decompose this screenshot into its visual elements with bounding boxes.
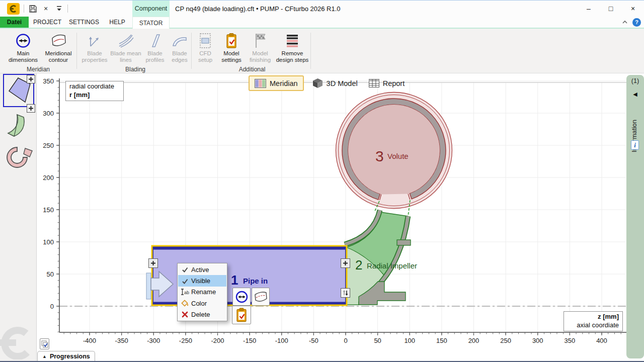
remove-design-steps-button[interactable]: Remove design steps bbox=[274, 30, 310, 63]
model-finishing-icon bbox=[253, 31, 268, 50]
svg-text:350: 350 bbox=[565, 337, 576, 344]
ribbon: Main dimensions Meridional contour Merid… bbox=[0, 29, 644, 73]
blade-profiles-button[interactable]: Blade profiles bbox=[142, 30, 168, 63]
progressions-tab[interactable]: ▲ Progressions bbox=[37, 351, 95, 361]
tab-report[interactable]: Report bbox=[364, 76, 410, 90]
svg-text:-50: -50 bbox=[309, 337, 318, 344]
blade-properties-button[interactable]: Blade properties bbox=[79, 30, 110, 63]
layers-check-icon bbox=[41, 340, 48, 348]
svg-text:-250: -250 bbox=[179, 337, 192, 344]
pipe-meridional-contour-button[interactable] bbox=[252, 288, 270, 306]
information-count-badge: (1) bbox=[626, 77, 644, 84]
extend-outlet-button[interactable] bbox=[341, 258, 350, 268]
pipe-model-settings-button[interactable] bbox=[232, 306, 251, 324]
menu-settings[interactable]: SETTINGS bbox=[69, 17, 99, 28]
volute-index-label: 3 bbox=[375, 148, 384, 164]
blade-mean-lines-icon bbox=[118, 31, 134, 50]
maximize-button[interactable]: □ bbox=[600, 1, 622, 17]
show-progressions-button[interactable] bbox=[40, 338, 49, 349]
tab-meridian[interactable]: Meridian bbox=[249, 75, 304, 91]
impeller-index-label: 2 bbox=[355, 257, 362, 273]
meridional-contour-icon bbox=[254, 291, 268, 303]
meridional-contour-button[interactable]: Meridional contour bbox=[40, 30, 76, 63]
plus-icon bbox=[343, 260, 348, 266]
svg-text:ab: ab bbox=[184, 290, 189, 295]
impeller-flange bbox=[397, 240, 411, 245]
svg-text:250: 250 bbox=[500, 337, 511, 344]
cfturbo-watermark bbox=[0, 326, 39, 359]
context-menu-item-visible[interactable]: Visible bbox=[178, 275, 226, 286]
ribbon-tab-stator[interactable]: STATOR bbox=[132, 17, 170, 29]
model-settings-button[interactable]: Model settings bbox=[217, 30, 246, 63]
add-component-before-button[interactable] bbox=[27, 75, 35, 83]
svg-text:250: 250 bbox=[43, 142, 54, 149]
context-menu-item-active[interactable]: Active bbox=[178, 264, 226, 275]
titlebar: × Component CP nq49 (blade loading).cft … bbox=[0, 1, 644, 17]
component-thumb-volute[interactable] bbox=[4, 144, 33, 171]
save-icon[interactable] bbox=[28, 4, 37, 14]
blade-edges-button[interactable]: Blade edges bbox=[168, 30, 191, 63]
close-project-icon[interactable]: × bbox=[41, 4, 50, 14]
impeller-shape-icon bbox=[5, 113, 31, 137]
ribbon-group-label: Meridian bbox=[0, 66, 76, 73]
information-panel[interactable]: (1) ◀ Information i bbox=[626, 75, 644, 358]
volute-name-label: Volute bbox=[387, 152, 409, 160]
menu-datei[interactable]: Datei bbox=[0, 17, 29, 28]
cfturbo-window: × Component CP nq49 (blade loading).cft … bbox=[0, 0, 644, 362]
svg-text:0: 0 bbox=[344, 337, 347, 344]
view-tab-strip: Meridian 3D Model Report bbox=[249, 75, 409, 91]
plus-icon bbox=[28, 106, 34, 111]
info-icon: i bbox=[631, 140, 639, 150]
delete-icon bbox=[178, 311, 191, 318]
meridian-plot[interactable]: 1 Pipe in 2 Radial Impeller 3 Volute -40… bbox=[37, 73, 626, 362]
component-radial-impeller[interactable] bbox=[345, 210, 411, 305]
svg-text:300: 300 bbox=[43, 110, 54, 117]
svg-text:350: 350 bbox=[43, 77, 54, 85]
cfturbo-logo-icon[interactable] bbox=[7, 3, 20, 15]
svg-text:-100: -100 bbox=[275, 337, 288, 344]
component-sidebar bbox=[0, 73, 37, 362]
svg-text:200: 200 bbox=[43, 174, 54, 182]
plus-icon bbox=[28, 76, 34, 82]
main-dimensions-button[interactable]: Main dimensions bbox=[6, 30, 40, 63]
context-menu-item-delete[interactable]: Delete bbox=[178, 309, 226, 320]
check-icon bbox=[178, 266, 191, 273]
quick-access-dropdown-icon[interactable] bbox=[54, 4, 63, 14]
help-button[interactable]: ? bbox=[632, 18, 641, 27]
inlet-marker bbox=[146, 273, 151, 299]
rename-icon: ab bbox=[178, 288, 191, 296]
svg-text:100: 100 bbox=[404, 337, 415, 344]
pipe-name-label: Pipe in bbox=[243, 277, 268, 285]
tab-3d-model[interactable]: 3D Model bbox=[308, 76, 362, 90]
pipe-main-dimensions-button[interactable] bbox=[232, 288, 251, 306]
divider bbox=[310, 33, 311, 69]
add-component-after-button[interactable] bbox=[27, 104, 35, 113]
main-dimensions-icon bbox=[235, 290, 249, 304]
component-volute[interactable] bbox=[336, 93, 452, 209]
expand-panel-icon[interactable]: ◀ bbox=[626, 91, 644, 98]
cfd-setup-button[interactable]: CFD setup bbox=[194, 30, 217, 63]
meridional-contour-icon bbox=[50, 31, 67, 50]
close-button[interactable]: × bbox=[622, 1, 644, 17]
model-finishing-button[interactable]: Model finishing bbox=[246, 30, 274, 63]
menu-project[interactable]: PROJECT bbox=[33, 17, 61, 28]
menu-help[interactable]: HELP bbox=[109, 17, 126, 28]
svg-text:300: 300 bbox=[532, 337, 543, 344]
svg-text:400: 400 bbox=[596, 337, 607, 344]
collapse-ribbon-icon[interactable] bbox=[622, 20, 628, 25]
y-axis-label: radial coordiate r [mm] bbox=[65, 81, 124, 101]
component-tab[interactable]: Component bbox=[132, 1, 170, 17]
minimize-button[interactable]: – bbox=[578, 1, 600, 17]
model-settings-icon bbox=[224, 31, 238, 50]
context-menu-item-color[interactable]: Color bbox=[178, 298, 226, 309]
extend-inlet-button[interactable] bbox=[148, 258, 158, 268]
ribbon-group-blading: Blade properties Blade mean lines Blade … bbox=[79, 29, 191, 73]
ribbon-group-meridian: Main dimensions Meridional contour Merid… bbox=[0, 29, 76, 73]
divider bbox=[191, 33, 192, 69]
blade-mean-lines-button[interactable]: Blade mean lines bbox=[110, 30, 142, 63]
context-menu-item-rename[interactable]: ab Rename bbox=[178, 287, 226, 298]
swap-orientation-button[interactable] bbox=[341, 288, 350, 298]
cube-icon bbox=[312, 78, 323, 88]
component-thumb-impeller[interactable] bbox=[5, 113, 31, 139]
collapse-up-icon: ▲ bbox=[42, 354, 47, 359]
